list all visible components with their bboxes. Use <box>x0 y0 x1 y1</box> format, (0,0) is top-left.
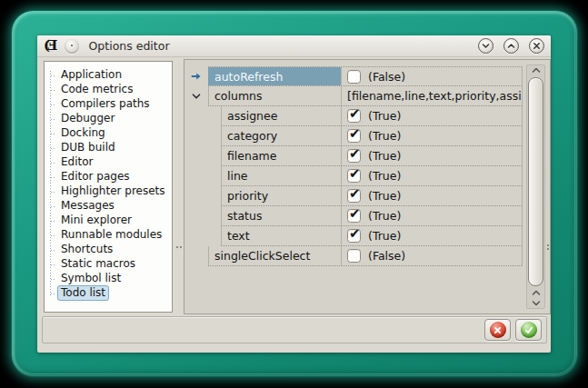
category-tree[interactable]: Application Code metrics Compilers paths… <box>44 61 173 313</box>
vertical-scrollbar[interactable] <box>526 65 545 309</box>
property-row-category[interactable]: category ✔ (True) <box>184 126 522 146</box>
cancel-button[interactable] <box>484 319 511 341</box>
property-value[interactable]: (False) <box>341 246 522 265</box>
checkmark-icon: ✔ <box>349 166 361 182</box>
sidebar-item-label: DUB build <box>57 140 119 155</box>
panel-resize-handle[interactable] <box>547 244 549 246</box>
property-value[interactable]: ✔ (True) <box>341 166 522 185</box>
property-name[interactable]: filename <box>221 146 341 165</box>
sidebar-item-symbol-list[interactable]: Symbol list <box>45 272 172 286</box>
scroll-down-button[interactable] <box>527 298 544 308</box>
collapse-chevron-icon[interactable] <box>192 93 201 100</box>
property-name[interactable]: singleClickSelect <box>208 246 341 265</box>
sidebar-item-label: Shortcuts <box>57 242 116 257</box>
property-name[interactable]: autoRefresh <box>208 67 341 85</box>
checkmark-icon: ✔ <box>349 186 361 202</box>
scroll-up-button-2[interactable] <box>527 288 544 298</box>
sidebar-item-debugger[interactable]: Debugger <box>45 112 172 126</box>
sidebar-item-label: Mini explorer <box>57 213 135 228</box>
value-label: [filename,line,text,priority,assigne <box>347 89 522 103</box>
property-name[interactable]: assignee <box>221 106 341 125</box>
titlebar[interactable]: (Ǝ Options editor <box>37 35 551 57</box>
sidebar-item-highlighter-presets[interactable]: Highlighter presets <box>45 184 172 199</box>
value-label: (True) <box>368 129 401 143</box>
sidebar-item-messages[interactable]: Messages <box>45 199 172 214</box>
sidebar-item-editor-pages[interactable]: Editor pages <box>45 170 172 184</box>
value-label: (True) <box>368 189 401 203</box>
chevron-up-icon <box>532 290 541 296</box>
property-row-filename[interactable]: filename ✔ (True) <box>184 146 522 166</box>
value-checkbox[interactable]: ✔ <box>347 169 361 183</box>
close-button[interactable] <box>529 38 544 54</box>
sidebar-item-compilers-paths[interactable]: Compilers paths <box>45 97 172 112</box>
property-row-text[interactable]: text ✔ (True) <box>184 226 522 246</box>
shade-button[interactable] <box>478 38 493 54</box>
sidebar-item-shortcuts[interactable]: Shortcuts <box>45 243 172 257</box>
cancel-cross-icon <box>490 322 506 338</box>
sidebar-item-label: Editor <box>57 154 97 170</box>
value-checkbox[interactable] <box>347 249 361 263</box>
property-value[interactable]: ✔ (True) <box>341 186 522 205</box>
property-row-assignee[interactable]: assignee ✔ (True) <box>184 106 522 126</box>
row-gutter <box>184 226 208 246</box>
value-checkbox[interactable]: ✔ <box>347 229 361 243</box>
row-cells: category ✔ (True) <box>221 126 522 146</box>
property-row-status[interactable]: status ✔ (True) <box>184 206 522 226</box>
window-title: Options editor <box>89 39 170 53</box>
sidebar-item-application[interactable]: Application <box>45 68 172 83</box>
checkmark-icon: ✔ <box>349 206 361 222</box>
scrollbar-thumb[interactable] <box>528 77 543 286</box>
property-name[interactable]: category <box>221 126 341 145</box>
value-checkbox[interactable]: ✔ <box>347 109 361 123</box>
sidebar-item-mini-explorer[interactable]: Mini explorer <box>45 214 172 228</box>
value-checkbox[interactable]: ✔ <box>347 149 361 163</box>
property-value[interactable]: ✔ (True) <box>341 106 522 125</box>
sidebar-item-runnable-modules[interactable]: Runnable modules <box>45 228 172 243</box>
property-row-columns[interactable]: columns [filename,line,text,priority,ass… <box>184 86 522 106</box>
property-row-singleClickSelect[interactable]: singleClickSelect (False) <box>184 246 522 266</box>
value-label: (False) <box>368 249 405 263</box>
close-icon <box>533 42 541 50</box>
sidebar-item-label: Highlighter presets <box>57 184 169 199</box>
property-name[interactable]: priority <box>221 186 341 205</box>
sidebar-item-editor[interactable]: Editor <box>45 155 172 170</box>
row-gutter <box>184 106 208 126</box>
sidebar-item-dub-build[interactable]: DUB build <box>45 141 172 155</box>
sidebar-item-label: Compilers paths <box>57 96 154 112</box>
property-grid[interactable]: autoRefresh (False) columns [filename,li… <box>184 59 551 314</box>
value-checkbox[interactable]: ✔ <box>347 129 361 143</box>
value-label: (True) <box>368 229 401 243</box>
property-value[interactable]: ✔ (True) <box>341 226 522 245</box>
property-value[interactable]: (False) <box>341 67 522 85</box>
maximize-button[interactable] <box>503 38 519 54</box>
property-value[interactable]: ✔ (True) <box>341 206 522 225</box>
titlebar-buttons <box>478 38 544 54</box>
row-gutter <box>184 206 208 226</box>
scroll-up-button[interactable] <box>527 65 544 75</box>
property-value[interactable]: ✔ (True) <box>341 146 522 165</box>
property-name[interactable]: columns <box>208 86 341 105</box>
property-name[interactable]: line <box>221 166 341 185</box>
sidebar-item-todo-list[interactable]: Todo list <box>45 286 172 301</box>
value-label: (True) <box>368 209 401 223</box>
options-editor-window: (Ǝ Options editor Application Code metri… <box>37 35 551 353</box>
sidebar-splitter[interactable] <box>174 61 184 313</box>
sidebar-item-docking[interactable]: Docking <box>45 126 172 141</box>
window-content: Application Code metrics Compilers paths… <box>37 57 551 353</box>
property-row-priority[interactable]: priority ✔ (True) <box>184 186 522 206</box>
ok-button[interactable] <box>515 319 542 341</box>
property-name[interactable]: status <box>221 206 341 225</box>
value-checkbox[interactable]: ✔ <box>347 209 361 223</box>
property-name[interactable]: text <box>221 226 341 245</box>
property-row-line[interactable]: line ✔ (True) <box>184 166 522 186</box>
property-row-autoRefresh[interactable]: autoRefresh (False) <box>184 66 522 86</box>
window-menu-button[interactable] <box>65 39 79 54</box>
row-gutter <box>184 66 208 86</box>
row-cells: assignee ✔ (True) <box>221 106 522 126</box>
value-checkbox[interactable] <box>347 70 361 84</box>
sidebar-item-static-macros[interactable]: Static macros <box>45 257 172 272</box>
property-value[interactable]: [filename,line,text,priority,assigne <box>341 86 522 105</box>
value-checkbox[interactable]: ✔ <box>347 189 361 203</box>
sidebar-item-code-metrics[interactable]: Code metrics <box>45 83 172 97</box>
property-value[interactable]: ✔ (True) <box>341 126 522 145</box>
